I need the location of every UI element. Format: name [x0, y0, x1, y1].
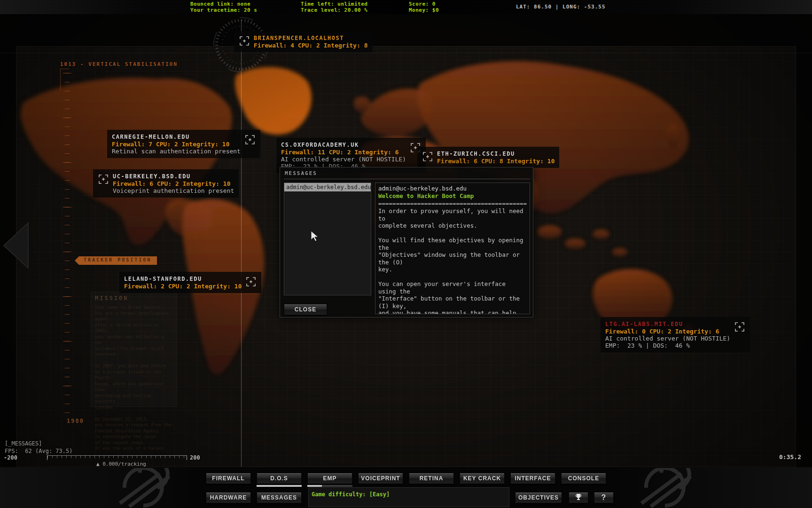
trace-level-label: Trace level: 20.00 % [301, 7, 367, 13]
difficulty-panel: Game difficulty: [Easy] [308, 487, 509, 507]
target-crosshair-icon[interactable] [239, 35, 250, 47]
node-title: LTG.AI-LABS.MIT.EDU [605, 320, 730, 328]
node-title: LELAND-STANFORD.EDU [124, 275, 242, 283]
question-mark-icon: ? [601, 493, 607, 501]
objectives-button[interactable]: OBJECTIVES [515, 492, 562, 503]
hacker-evolution-logo-right [632, 468, 700, 508]
node-brianspencer-localhost: BRIANSPENCER.LOCALHOST Firewall: 4 CPU: … [234, 31, 373, 52]
mission-title: MISSION [95, 295, 173, 302]
node-title: BRIANSPENCER.LOCALHOST [254, 34, 368, 42]
mission-text: Your name is Brian Spencer. You are a fo… [95, 304, 173, 452]
messages-button[interactable]: MESSAGES [257, 492, 302, 503]
ruler-max-label: 200 [190, 454, 200, 461]
score-status: Score: 0Money: $0 [409, 1, 439, 13]
tracking-horizontal-line [0, 53, 812, 53]
node-desc: AI controlled server (NOT HOSTILE) [281, 156, 406, 163]
node-title: ETH-ZURICH.CSCI.EDU [437, 150, 554, 158]
mouse-cursor [310, 230, 320, 243]
target-crosshair-icon[interactable] [422, 151, 433, 162]
chevron-left-icon[interactable] [0, 222, 29, 269]
bounced-link-label: Bounced link: none [190, 1, 250, 7]
node-stats: Firewall: 6 CPU: 2 Integrity: 10 [113, 180, 234, 187]
horizontal-ruler [47, 455, 187, 460]
messages-tag: [_MESSAGES] [5, 440, 42, 447]
node-desc: AI controlled server (NOT HOSTILE) [605, 335, 730, 342]
time-left-label: Time left: unlimited [301, 1, 367, 7]
help-button[interactable]: ? [594, 492, 614, 503]
target-crosshair-icon[interactable] [98, 174, 109, 185]
tracker-position-banner: TRACKER POSITION [79, 256, 157, 265]
node-stats: Firewall: 11 CPU: 2 Integrity: 6 [281, 149, 406, 156]
window-separator [284, 179, 530, 179]
emp-cooldown-bar [307, 485, 352, 487]
dos-button[interactable]: D.O.S [257, 473, 302, 484]
hardware-button[interactable]: HARDWARE [206, 492, 251, 503]
difficulty-label: Game difficulty: [Easy] [312, 491, 390, 498]
mission-panel: MISSION Your name is Brian Spencer. You … [91, 292, 177, 407]
emp-button[interactable]: EMP [307, 473, 352, 484]
interface-button[interactable]: INTERFACE [510, 473, 555, 484]
tracetime-label: Your tracetime: 20 s [190, 7, 257, 13]
node-eth-zurich: ETH-ZURICH.CSCI.EDU Firewall: 6 CPU: 8 I… [417, 147, 559, 168]
message-from: admin@uc-berkeley.bsd.edu [378, 185, 527, 192]
target-crosshair-icon[interactable] [734, 321, 745, 333]
tracking-vertical-line [241, 20, 242, 467]
mission-clock: 0:35.2 [779, 453, 801, 460]
time-status: Time left: unlimitedTrace level: 20.00 % [301, 1, 367, 13]
message-content: admin@uc-berkeley.bsd.edu Welcome to Hac… [375, 183, 530, 314]
node-mit-ai-labs: LTG.AI-LABS.MIT.EDU Firewall: 0 CPU: 2 I… [601, 317, 750, 352]
node-carnegie-mellon: CARNEGIE-MELLON.EDU Firewall: 7 CPU: 2 I… [107, 130, 260, 158]
node-title: CS.OXFORDACADEMY.UK [281, 141, 406, 149]
dos-cooldown-bar [257, 485, 302, 487]
node-title: CARNEGIE-MELLON.EDU [112, 133, 241, 141]
message-list[interactable]: admin@uc-berkeley.bsd.edu [284, 183, 371, 295]
year-label: 1980 [67, 418, 84, 424]
toolbar-row1: FIREWALL D.O.S EMP VOICEPRINT RETINA KEY… [206, 473, 606, 487]
ruler-min-label: -200 [4, 454, 17, 461]
node-emp-dos: EMP: 23 % | DOS: 46 % [605, 342, 730, 349]
status-bar: Bounced link: noneYour tracetime: 20 s T… [0, 0, 812, 14]
voiceprint-button[interactable]: VOICEPRINT [358, 473, 403, 484]
keycrack-button[interactable]: KEY CRACK [460, 473, 505, 484]
node-stats: Firewall: 4 CPU: 2 Integrity: 8 [254, 42, 368, 49]
messages-window-title: MESSAGES [285, 170, 317, 176]
link-status: Bounced link: noneYour tracetime: 20 s [190, 1, 257, 13]
vertical-stabilisation-label: 1013 - VERTICAL STABILISATION [60, 61, 178, 67]
score-label: Score: 0 [409, 1, 436, 7]
vertical-ruler-major-ticks [63, 73, 71, 419]
node-stats: Firewall: 6 CPU: 8 Integrity: 10 [437, 158, 554, 165]
node-stats: Firewall: 0 CPU: 2 Integrity: 6 [605, 328, 730, 335]
target-crosshair-icon[interactable] [245, 276, 257, 287]
game-screen: Bounced link: noneYour tracetime: 20 s T… [0, 0, 812, 508]
message-divider: ========================================… [378, 200, 527, 207]
message-subject: Welcome to Hacker Boot Camp [378, 192, 527, 200]
target-crosshair-icon[interactable] [244, 134, 256, 145]
money-label: Money: $0 [409, 7, 439, 13]
message-list-item-selected[interactable]: admin@uc-berkeley.bsd.edu [284, 183, 371, 191]
message-body: In order to prove yourself, you will nee… [378, 207, 527, 314]
node-desc: Retinal scan authentication present [112, 148, 241, 155]
lat-long-readout: LAT: 86.50 | LONG: -53.55 [516, 4, 606, 10]
node-stats: Firewall: 2 CPU: 2 Integrity: 10 [124, 283, 242, 290]
fps-readout: FPS: 62 (Avg: 73.5) [5, 448, 73, 454]
close-button[interactable]: CLOSE [284, 304, 327, 315]
hacker-evolution-logo-left [110, 468, 179, 508]
node-leland-stanford: LELAND-STANFORD.EDU Firewall: 2 CPU: 2 I… [119, 272, 261, 293]
node-title: UC-BERKELEY.BSD.EDU [113, 173, 234, 180]
node-stats: Firewall: 7 CPU: 2 Integrity: 10 [112, 141, 241, 148]
node-desc: Voiceprint authentication present [113, 187, 234, 194]
firewall-button[interactable]: FIREWALL [206, 473, 251, 484]
retina-button[interactable]: RETINA [409, 473, 454, 484]
node-uc-berkeley: UC-BERKELEY.BSD.EDU Firewall: 6 CPU: 2 I… [93, 169, 239, 198]
tracking-marker: ▲ 0.000/tracking [96, 461, 146, 467]
achievements-button[interactable] [569, 492, 588, 503]
console-button[interactable]: CONSOLE [561, 473, 606, 484]
trophy-icon [575, 493, 582, 501]
